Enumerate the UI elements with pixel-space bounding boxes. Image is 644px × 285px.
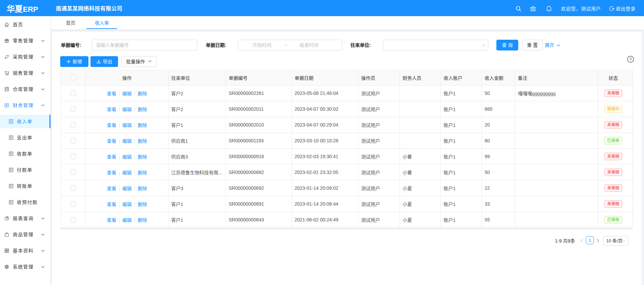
svg-text:?: ? bbox=[629, 57, 632, 62]
